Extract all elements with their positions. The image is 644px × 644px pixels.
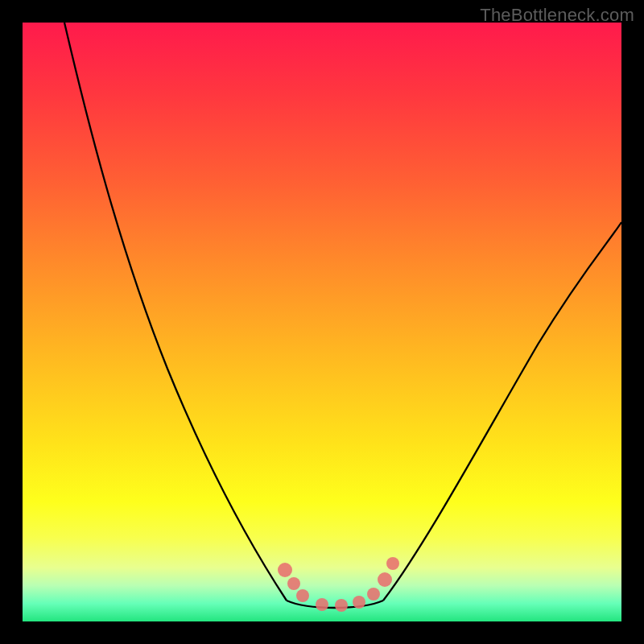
marker-dot — [316, 598, 328, 611]
bottleneck-curve — [23, 23, 621, 621]
curve-right-arm — [383, 222, 621, 601]
marker-dot — [367, 588, 380, 601]
curve-left-arm — [64, 23, 287, 601]
watermark-text: TheBottleneck.com — [480, 5, 634, 26]
marker-dot — [296, 589, 309, 602]
marker-dot — [278, 563, 292, 577]
chart-frame: TheBottleneck.com — [0, 0, 644, 644]
marker-dot — [378, 572, 392, 587]
marker-dot — [386, 557, 399, 570]
marker-dot — [287, 577, 300, 590]
marker-dot — [353, 596, 365, 609]
chart-plot-area — [23, 23, 621, 621]
marker-dot — [335, 599, 348, 612]
